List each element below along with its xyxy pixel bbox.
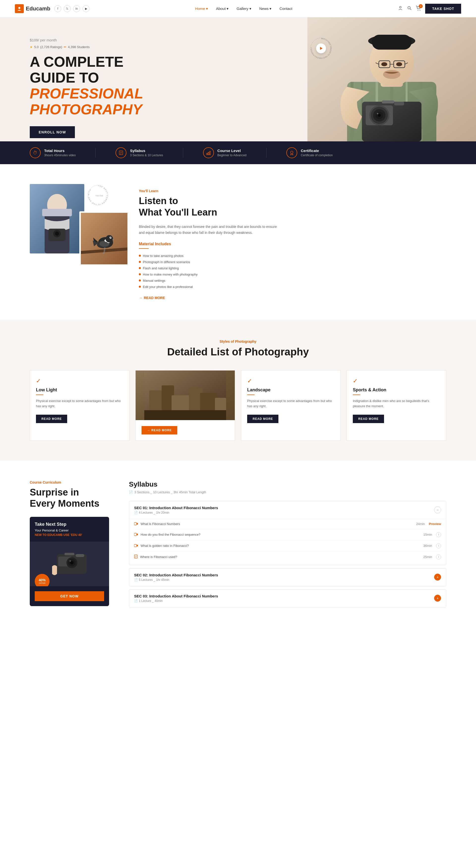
accordion-toggle-sec01[interactable]: − [434, 506, 441, 514]
accordion-meta: 📄 5 Lectures _ 1hr 45min [134, 578, 218, 582]
curriculum-tag: Course Curriculum [30, 480, 109, 484]
twitter-icon[interactable]: 𝕏 [64, 5, 71, 12]
nav-gallery[interactable]: Gallery ▾ [236, 6, 251, 11]
play-circle-area: WATCH FREE TRAILER TO TAKE AMAZING PHOTO… [310, 37, 332, 60]
minus-icon: − [437, 508, 439, 512]
svg-point-27 [396, 62, 402, 66]
accordion-header-sec03[interactable]: SEC 03: Introduction About Fibonacci Num… [129, 589, 446, 607]
hero-title: A COMPLETE GUIDE TO PROFESSIONAL PHOTOGR… [30, 54, 168, 117]
facebook-icon[interactable]: f [54, 5, 61, 12]
card-text: Physical exercise except to some advanta… [247, 399, 335, 409]
video-icon [134, 533, 138, 537]
nav-home[interactable]: Home ▾ [195, 6, 208, 11]
enroll-button[interactable]: ENROLL NOW [30, 126, 75, 138]
svg-rect-43 [207, 153, 208, 155]
accordion-sec03: SEC 03: Introduction About Fibonacci Num… [129, 589, 446, 607]
navbar: Educamb f 𝕏 in ▶ Home ▾ About ▾ Gallery … [0, 0, 476, 18]
social-links: f 𝕏 in ▶ [54, 5, 90, 12]
nav-menu: Home ▾ About ▾ Gallery ▾ News ▾ Contact [195, 6, 292, 11]
plus-icon: + [437, 575, 439, 579]
stat-syllabus: Syllabus 3 Sections & 10 Lectures [116, 147, 163, 158]
cart-button[interactable]: 0 [416, 6, 421, 12]
read-more-button[interactable]: READ MORE [36, 415, 67, 423]
circular-badge: THE BEST CAMERA IS THE ONE WITH THE ONE [87, 184, 109, 207]
svg-text:THE ONE: THE ONE [95, 195, 103, 197]
accordion-toggle-sec02[interactable]: + [434, 574, 441, 581]
lesson-row: Where is Fibonacci used? 25min i [134, 552, 441, 562]
accordion-title: SEC 01: Introduction About Fibonacci Num… [134, 506, 218, 510]
cart-badge-count: 0 [419, 4, 423, 8]
take-shot-button[interactable]: TAKE SHOT [425, 4, 461, 13]
brand-logo[interactable]: Educamb [15, 4, 50, 13]
nav-contact[interactable]: Contact [279, 6, 292, 11]
material-item: How to make money with photography [139, 271, 446, 278]
lesson-row: What is Fibonacci Numbers 24min Preview [134, 519, 441, 529]
svg-point-82 [69, 560, 71, 562]
chevron-down-icon: ▾ [206, 6, 208, 11]
svg-rect-72 [200, 393, 217, 413]
play-icon [316, 43, 326, 53]
get-now-button[interactable]: GET NOW [35, 591, 104, 601]
svg-point-4 [418, 10, 418, 10]
hero-content: $109/ per month ★ 5.0 (2,726 Ratings) ✏ … [30, 35, 168, 138]
divider [95, 148, 96, 158]
accordion-header-sec01[interactable]: SEC 01: Introduction About Fibonacci Num… [129, 501, 446, 519]
arrow-icon: → [139, 296, 142, 300]
linkedin-icon[interactable]: in [73, 5, 80, 12]
svg-rect-74 [144, 410, 226, 420]
info-icon: i [436, 532, 441, 537]
search-icon-button[interactable] [407, 5, 412, 12]
lesson-duration: 24min [416, 522, 425, 526]
learn-tag: You'll Learn [139, 189, 446, 193]
photography-cards: ✓ Low Light Physical exercise except to … [30, 370, 446, 441]
landscape-read-more-button[interactable]: → READ MORE [141, 426, 177, 434]
svg-point-0 [18, 7, 20, 9]
svg-point-35 [377, 113, 378, 114]
chevron-down-icon: ▾ [269, 6, 272, 11]
card-divider [353, 395, 360, 395]
learn-section: THE BEST CAMERA IS THE ONE WITH THE ONE … [0, 164, 476, 320]
styles-tag: Styles of Photography [30, 340, 446, 343]
info-icon: i [436, 544, 441, 548]
svg-point-5 [420, 10, 420, 10]
card-sports-action: ✓ Sports & Action Indignation & dislike … [347, 370, 446, 441]
accordion-meta: 📄 4 Lectures _ 1hr 20min [134, 511, 218, 514]
youtube-icon[interactable]: ▶ [83, 5, 90, 12]
svg-point-1 [400, 6, 401, 8]
svg-rect-84 [64, 553, 74, 555]
read-more-button[interactable]: READ MORE [353, 415, 384, 423]
accordion-sec02: SEC 02: Introduction About Fibonacci Num… [129, 568, 446, 586]
nav-actions: 0 TAKE SHOT [398, 4, 461, 13]
accordion-header-sec02[interactable]: SEC 02: Introduction About Fibonacci Num… [129, 568, 446, 586]
nav-news[interactable]: News ▾ [259, 6, 272, 11]
play-button[interactable]: WATCH FREE TRAILER TO TAKE AMAZING PHOTO… [310, 37, 332, 60]
syllabus-icon [116, 147, 126, 158]
nav-about[interactable]: About ▾ [216, 6, 229, 11]
lesson-duration: 36min [423, 544, 432, 548]
read-more-button[interactable]: READ MORE [247, 415, 278, 423]
user-icon-button[interactable] [398, 5, 403, 12]
chevron-down-icon: ▾ [249, 6, 251, 11]
video-icon [134, 544, 138, 548]
svg-rect-36 [394, 102, 404, 105]
bullet-icon [139, 273, 141, 275]
svg-rect-37 [382, 100, 394, 103]
preview-link[interactable]: Preview [429, 522, 441, 526]
svg-rect-20 [372, 35, 412, 50]
promo-card: Take Next Step Your Personal & Career NE… [30, 517, 109, 606]
svg-marker-8 [320, 47, 322, 50]
learn-description: Blinded by desire, that they cannot fore… [139, 224, 278, 236]
material-item: How to take amazing photos [139, 253, 446, 259]
svg-rect-45 [210, 151, 211, 155]
hero-section: $109/ per month ★ 5.0 (2,726 Ratings) ✏ … [0, 18, 476, 142]
bullet-icon [139, 286, 141, 288]
level-icon [203, 147, 214, 158]
accordion-toggle-sec03[interactable]: + [434, 595, 441, 602]
material-item: Flash and natural lighting [139, 265, 446, 271]
stats-bar: ⏱ Total Hours 3hours 45minutes video Syl… [0, 142, 476, 164]
document-icon: 📄 [129, 490, 133, 494]
material-underline [139, 248, 149, 249]
check-icon: ✓ [247, 377, 335, 384]
hero-rating: ★ 5.0 (2,726 Ratings) ✏ 4,398 Students [30, 45, 168, 49]
read-more-link[interactable]: → READ MORE [139, 296, 446, 300]
